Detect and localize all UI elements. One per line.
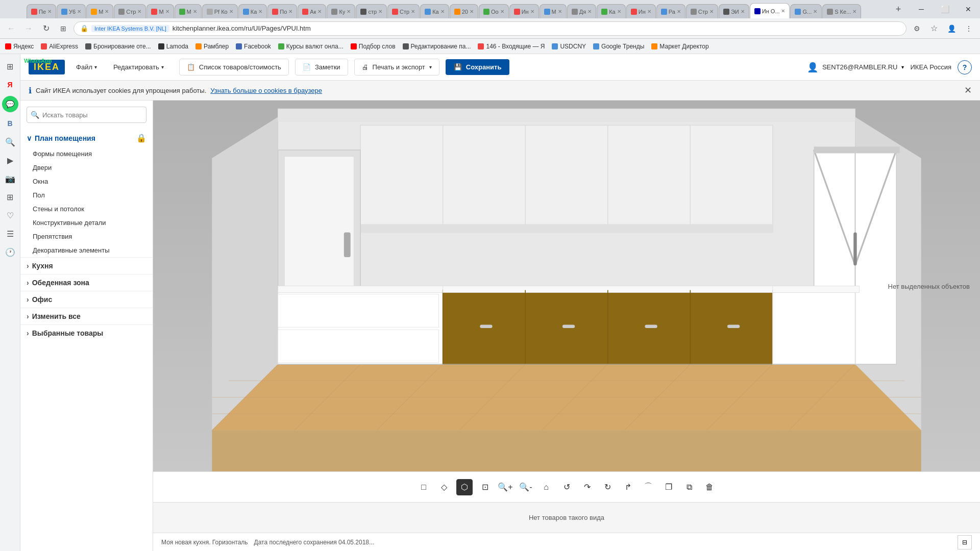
browser-tab-t1[interactable]: Пе✕ <box>27 4 56 18</box>
tab-close-icon[interactable]: ✕ <box>165 9 169 14</box>
bookmark-item[interactable]: Google Тренды <box>590 42 647 51</box>
sidebar-history-icon[interactable]: 🕐 <box>2 244 18 260</box>
bookmark-item[interactable]: Lamoda <box>155 42 191 51</box>
tab-close-icon[interactable]: ✕ <box>852 9 856 14</box>
tab-close-icon[interactable]: ✕ <box>587 9 592 14</box>
browser-tab-t2[interactable]: У6✕ <box>57 4 86 18</box>
bookmark-button[interactable]: ☆ <box>927 21 941 36</box>
sidebar-yandex-icon[interactable]: Я <box>2 77 18 93</box>
browser-tab-t5[interactable]: М✕ <box>146 4 174 18</box>
plan-section-item[interactable]: Декоративные элементы <box>20 243 153 257</box>
bookmark-item[interactable]: AliExpress <box>38 42 81 51</box>
browser-tab-t9[interactable]: По✕ <box>267 4 297 18</box>
sidebar-camera-icon[interactable]: 📷 <box>2 170 18 187</box>
save-button[interactable]: 💾 Сохранить <box>446 59 510 75</box>
browser-tab-t21[interactable]: Ин✕ <box>626 4 656 18</box>
browser-tab-t22[interactable]: Ра✕ <box>656 4 685 18</box>
bookmark-item[interactable]: Бронирование оте... <box>82 42 154 51</box>
toolbar-rotate-button[interactable]: ↱ <box>620 479 636 495</box>
toolbar-redo1-button[interactable]: ↷ <box>579 479 595 495</box>
sidebar-extensions-icon[interactable]: ⊞ <box>2 58 18 74</box>
sidebar-vk-icon[interactable]: В <box>2 115 18 132</box>
browser-tab-t12[interactable]: стр✕ <box>356 4 387 18</box>
extensions-button[interactable]: ⚙ <box>910 21 924 36</box>
category-header[interactable]: ›Обеденная зона <box>20 274 153 291</box>
edit-menu-button[interactable]: Редактировать ▾ <box>108 60 169 74</box>
toolbar-zoom-out-button[interactable]: 🔍- <box>518 479 534 495</box>
menu-button[interactable]: ⋮ <box>962 21 976 36</box>
plan-section-item[interactable]: Пол <box>20 188 153 202</box>
bookmark-item[interactable]: 146 - Входящие — Я <box>475 42 548 51</box>
tab-close-icon[interactable]: ✕ <box>470 9 474 14</box>
tab-close-icon[interactable]: ✕ <box>258 9 262 14</box>
browser-tab-t20[interactable]: Ка✕ <box>597 4 626 18</box>
sidebar-whatsapp-icon[interactable]: 💬 <box>2 96 18 112</box>
notes-button[interactable]: 📄 Заметки <box>295 59 348 76</box>
category-header[interactable]: ›Изменить все <box>20 308 153 324</box>
plan-section-item[interactable]: Препятствия <box>20 230 153 243</box>
toolbar-undo-button[interactable]: ↺ <box>558 479 575 495</box>
tab-close-icon[interactable]: ✕ <box>500 9 504 14</box>
plan-section-item[interactable]: Стены и потолок <box>20 202 153 216</box>
sidebar-play-icon[interactable]: ▶ <box>2 152 18 168</box>
tab-close-icon[interactable]: ✕ <box>709 9 714 14</box>
sidebar-search-icon[interactable]: 🔍 <box>2 134 18 150</box>
plan-section-header[interactable]: ∨ План помещения 🔒 <box>20 129 153 147</box>
tab-close-icon[interactable]: ✕ <box>677 9 681 14</box>
reload-button[interactable]: ↻ <box>39 21 53 36</box>
bookmark-item[interactable]: Рамблер <box>192 42 232 51</box>
new-tab-button[interactable]: + <box>891 2 905 16</box>
file-menu-button[interactable]: Файл ▾ <box>71 60 102 74</box>
plan-section-item[interactable]: Формы помещения <box>20 147 153 161</box>
kitchen-3d-view[interactable]: Нет выделенных объектов <box>153 101 980 471</box>
help-button[interactable]: ? <box>958 60 972 74</box>
bookmark-item[interactable]: Яндекс <box>2 42 37 51</box>
browser-tab-t7[interactable]: Рf Ко✕ <box>202 4 238 18</box>
browser-tab-t26[interactable]: G...✕ <box>790 4 822 18</box>
browser-tab-t6[interactable]: М✕ <box>175 4 202 18</box>
profile-button[interactable]: 👤 <box>944 21 959 36</box>
forward-button[interactable]: → <box>21 21 36 36</box>
browser-tab-t8[interactable]: Ка✕ <box>238 4 267 18</box>
tab-close-icon[interactable]: ✕ <box>105 9 109 14</box>
window-close-button[interactable]: ✕ <box>957 0 980 18</box>
region-selector[interactable]: ИКЕА Россия <box>910 63 951 71</box>
back-button[interactable]: ← <box>4 21 18 36</box>
toolbar-mirror-button[interactable]: ⧉ <box>681 479 697 495</box>
toolbar-rect-button[interactable]: □ <box>415 479 432 495</box>
sidebar-grid-icon[interactable]: ⊞ <box>2 189 18 205</box>
plan-section-item[interactable]: Двери <box>20 161 153 174</box>
toolbar-3d-button[interactable]: ⬡ <box>456 479 473 495</box>
tab-close-icon[interactable]: ✕ <box>77 9 81 14</box>
browser-tab-t16[interactable]: Оо✕ <box>479 4 509 18</box>
browser-tab-t18[interactable]: М✕ <box>540 4 567 18</box>
bookmark-item[interactable]: Facebook <box>233 42 274 51</box>
browser-tab-t14[interactable]: Ка✕ <box>420 4 449 18</box>
tab-close-icon[interactable]: ✕ <box>347 9 351 14</box>
tab-close-icon[interactable]: ✕ <box>781 8 785 14</box>
toolbar-zoom-region-button[interactable]: ⊡ <box>477 479 493 495</box>
print-button[interactable]: 🖨 Печать и экспорт ▾ <box>354 59 439 76</box>
category-header[interactable]: ›Офис <box>20 291 153 308</box>
browser-tab-t3[interactable]: М✕ <box>86 4 113 18</box>
tab-close-icon[interactable]: ✕ <box>288 9 292 14</box>
plan-section-item[interactable]: Окна <box>20 174 153 188</box>
bookmark-item[interactable]: Маркет Директор <box>648 42 712 51</box>
tab-close-icon[interactable]: ✕ <box>229 9 233 14</box>
category-header[interactable]: ›Выбранные товары <box>20 324 153 341</box>
bookmark-item[interactable]: Подбор слов <box>348 42 399 51</box>
toolbar-zoom-in-button[interactable]: 🔍+ <box>497 479 513 495</box>
cookie-close-icon[interactable]: ✕ <box>964 85 972 96</box>
tab-close-icon[interactable]: ✕ <box>530 9 534 14</box>
toolbar-home-button[interactable]: ⌂ <box>538 479 554 495</box>
tab-close-icon[interactable]: ✕ <box>617 9 621 14</box>
browser-tab-t10[interactable]: Ак✕ <box>298 4 326 18</box>
tab-close-icon[interactable]: ✕ <box>411 9 415 14</box>
sidebar-list-icon[interactable]: ☰ <box>2 226 18 242</box>
view-toggle-button[interactable]: ⊟ <box>958 535 972 549</box>
tab-close-icon[interactable]: ✕ <box>440 9 445 14</box>
browser-tab-t24[interactable]: ЭИ✕ <box>719 4 749 18</box>
browser-tab-t15[interactable]: 20✕ <box>450 4 478 18</box>
sidebar-heart-icon[interactable]: ♡ <box>2 207 18 223</box>
plan-section-item[interactable]: Конструктивные детали <box>20 216 153 230</box>
